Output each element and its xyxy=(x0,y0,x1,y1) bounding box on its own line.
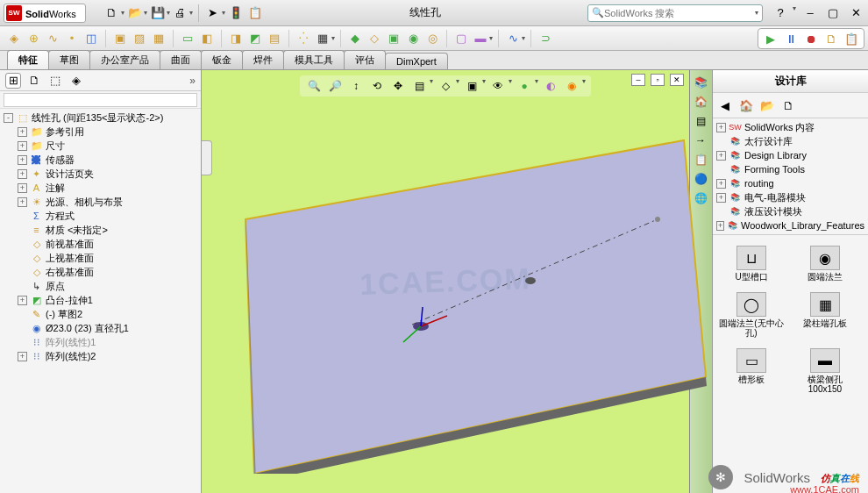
iso1-icon[interactable]: ◆ xyxy=(346,30,364,47)
vp-minimize-button[interactable]: – xyxy=(631,74,645,86)
vp-close-button[interactable]: ✕ xyxy=(670,74,684,86)
dropdown-icon[interactable]: ▾ xyxy=(489,34,493,42)
tree-expander-icon[interactable]: + xyxy=(716,123,726,132)
new-doc-button[interactable]: 🗋 xyxy=(103,4,121,22)
model-plate[interactable] xyxy=(219,123,710,474)
annotations[interactable]: +A注解 xyxy=(2,181,199,195)
dropdown-icon[interactable]: ▾ xyxy=(522,34,525,42)
hide-show-button[interactable]: 👁 xyxy=(489,77,507,95)
lib-doc-button[interactable]: 🗋 xyxy=(779,96,797,114)
display-tab[interactable]: ◈ xyxy=(68,73,84,89)
run-icon[interactable]: ▶ xyxy=(762,30,779,47)
curve-icon[interactable]: ∿ xyxy=(44,30,61,47)
plane-front[interactable]: ◇前视基准面 xyxy=(2,237,199,251)
tree-expander-icon[interactable]: + xyxy=(18,169,27,179)
library-folder[interactable]: 📚Forming Tools xyxy=(715,162,866,176)
library-folder[interactable]: +SWSolidWorks 内容 xyxy=(715,120,866,134)
grid-icon[interactable]: ▦ xyxy=(314,30,331,47)
dots-icon[interactable]: ⁛ xyxy=(295,30,312,47)
tree-expander-icon[interactable]: - xyxy=(4,113,13,123)
zoom-fit-button[interactable]: 🔍 xyxy=(305,77,323,95)
design-binder[interactable]: +✦设计活页夹 xyxy=(2,167,199,181)
minimize-button[interactable]: – xyxy=(801,4,819,22)
library-folder[interactable]: 📚液压设计模块 xyxy=(715,204,866,218)
dropdown-icon[interactable]: ▾ xyxy=(430,77,433,95)
tree-expander-icon[interactable]: + xyxy=(18,155,27,165)
graphics-viewport[interactable]: 🔍🔎↕⟲✥▤▾◇▾▣▾👁▾●▾◐◉▾ – ▫ ✕ 1CAE.COM xyxy=(202,70,689,493)
references-folder[interactable]: +📁参考引用 xyxy=(2,125,199,139)
open-button[interactable]: 📂 xyxy=(126,4,144,22)
rotate-button[interactable]: ⟲ xyxy=(368,77,386,95)
help-button[interactable]: ? xyxy=(772,4,789,22)
box3-icon[interactable]: ▦ xyxy=(150,30,167,47)
lib-back-button[interactable]: ◀ xyxy=(716,96,734,114)
library-item[interactable]: ◉圆端法兰 xyxy=(790,242,860,285)
plane-right[interactable]: ◇右视基准面 xyxy=(2,265,199,279)
log-icon[interactable]: 📋 xyxy=(843,30,860,47)
config-tab[interactable]: ⬚ xyxy=(47,73,63,89)
view-orient-button[interactable]: ◇ xyxy=(437,77,454,95)
tab-办公室产品[interactable]: 办公室产品 xyxy=(89,50,160,69)
feature-tree-tab[interactable]: ⊞ xyxy=(5,73,21,89)
tree-expander-icon[interactable]: + xyxy=(716,193,726,203)
help-dropdown-icon[interactable]: ▾ xyxy=(793,4,796,22)
tab-DimXpert[interactable]: DimXpert xyxy=(385,53,448,69)
dropdown-icon[interactable]: ▾ xyxy=(482,77,486,95)
tab-焊件[interactable]: 焊件 xyxy=(242,50,284,69)
tab-钣金[interactable]: 钣金 xyxy=(201,50,243,69)
file-explorer-tab[interactable]: 🏠 xyxy=(692,93,709,111)
appearance-button[interactable]: ● xyxy=(516,77,533,95)
box1-icon[interactable]: ▣ xyxy=(111,30,129,47)
root-part[interactable]: -⬚线性孔 (间距135<显示状态-2>) xyxy=(2,111,199,125)
spline-icon[interactable]: ∿ xyxy=(504,30,522,47)
select-button[interactable]: ➤ xyxy=(204,4,222,22)
lib-folder-button[interactable]: 📂 xyxy=(758,96,776,114)
point-icon[interactable]: • xyxy=(63,30,81,47)
library-item[interactable]: ▬横梁侧孔 100x150 xyxy=(790,345,860,397)
tab-曲面[interactable]: 曲面 xyxy=(160,50,202,69)
print-button[interactable]: 🖨 xyxy=(172,4,189,22)
cyl1-icon[interactable]: ◉ xyxy=(404,30,422,47)
box4-icon[interactable]: ▢ xyxy=(452,30,470,47)
section-button[interactable]: ▤ xyxy=(410,77,428,95)
hole1[interactable]: ◉Ø23.0 (23) 直径孔1 xyxy=(2,321,199,335)
cube3-icon[interactable]: ▤ xyxy=(266,30,283,47)
library-folder[interactable]: 📚太行设计库 xyxy=(715,134,866,148)
step-icon[interactable]: ⏸ xyxy=(782,30,800,47)
library-item[interactable]: ◯圆端法兰(无中心孔) xyxy=(716,289,786,341)
material[interactable]: ≡材质 <未指定> xyxy=(2,223,199,237)
library-item[interactable]: ⊔U型槽口 xyxy=(716,242,786,285)
pattern2[interactable]: +⁝⁝阵列(线性)2 xyxy=(2,349,199,363)
tree-expander-icon[interactable]: + xyxy=(18,141,27,151)
axis-icon[interactable]: ⊕ xyxy=(25,30,42,47)
tree-filter-input[interactable] xyxy=(4,93,197,107)
tree-expander-icon[interactable]: + xyxy=(18,197,27,207)
maximize-button[interactable]: ▢ xyxy=(824,4,842,22)
flyout-handle[interactable] xyxy=(202,140,212,175)
library-folder[interactable]: +📚电气-电器模块 xyxy=(715,190,866,204)
cube2-icon[interactable]: ◩ xyxy=(246,30,264,47)
pipe-icon[interactable]: ⊃ xyxy=(537,30,554,47)
pattern1[interactable]: ⁝⁝阵列(线性)1 xyxy=(2,335,199,349)
dropdown-icon[interactable]: ▾ xyxy=(189,9,193,17)
tree-expander-icon[interactable]: + xyxy=(18,296,27,305)
expand-panel-icon[interactable]: » xyxy=(189,75,196,87)
iso2-icon[interactable]: ◇ xyxy=(366,30,383,47)
pan-button[interactable]: ✥ xyxy=(389,77,407,95)
origin[interactable]: ↳原点 xyxy=(2,279,199,293)
lights-cameras[interactable]: +☀光源、相机与布景 xyxy=(2,195,199,209)
property-tab[interactable]: 🗋 xyxy=(26,73,42,89)
vp-restore-button[interactable]: ▫ xyxy=(651,74,665,86)
dropdown-icon[interactable]: ▾ xyxy=(535,77,538,95)
box2-icon[interactable]: ▨ xyxy=(131,30,148,47)
library-folder[interactable]: +📚routing xyxy=(715,176,866,190)
flange-icon[interactable]: ◧ xyxy=(198,30,216,47)
close-button[interactable]: ✕ xyxy=(847,4,864,22)
zoom-area-button[interactable]: 🔎 xyxy=(326,77,344,95)
tree-expander-icon[interactable]: + xyxy=(716,179,726,189)
tab-特征[interactable]: 特征 xyxy=(7,50,49,69)
record-icon[interactable]: ⏺ xyxy=(802,30,820,47)
tab-草图[interactable]: 草图 xyxy=(48,50,90,69)
lib-home-button[interactable]: 🏠 xyxy=(737,96,755,114)
doc-icon[interactable]: 🗋 xyxy=(822,30,840,47)
